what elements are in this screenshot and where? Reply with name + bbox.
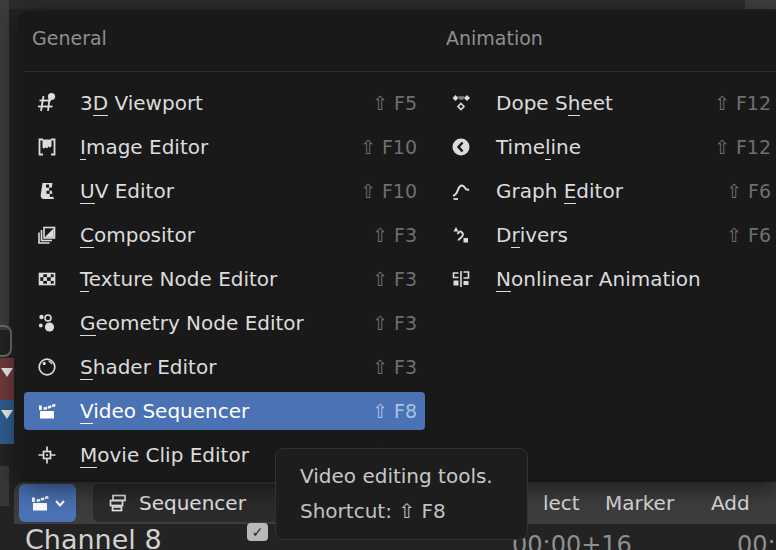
- sequencer-view-label: Sequencer: [139, 491, 246, 515]
- menu-item-marker[interactable]: Marker: [605, 482, 674, 524]
- drivers-icon: [450, 224, 472, 246]
- geometry-node-editor-icon: [36, 312, 58, 334]
- menu-item-shortcut: ⇧ F3: [372, 216, 417, 254]
- left-editor-border: [0, 0, 9, 330]
- menu-item-select-partial[interactable]: lect: [543, 482, 580, 524]
- menu-item-label: Graph Editor: [496, 172, 623, 210]
- sequencer-view-selector[interactable]: Sequencer: [93, 484, 289, 522]
- menu-item-shortcut: ⇧ F8: [372, 392, 417, 430]
- menu-item-dope-sheet[interactable]: Dope Sheet⇧ F12: [444, 84, 776, 122]
- sequencer-strip-fragment-blue: [0, 400, 14, 444]
- top-right-corner-fragment: [745, 0, 776, 9]
- menu-column-header-animation: Animation: [446, 27, 543, 49]
- menu-column-header-general: General: [32, 27, 107, 49]
- menu-item-shortcut: ⇧ F12: [714, 128, 771, 166]
- background-button-fragment: [0, 325, 12, 357]
- background-panel-fragment: [0, 466, 9, 506]
- menu-item-3d-viewport[interactable]: 3D Viewport⇧ F5: [24, 84, 425, 122]
- menu-item-label: Timeline: [496, 128, 581, 166]
- texture-node-editor-icon: [36, 268, 58, 290]
- timeline-icon: [450, 136, 472, 158]
- menu-item-label: Image Editor: [80, 128, 208, 166]
- timecode-end: 00:0: [737, 531, 776, 550]
- menu-item-shortcut: ⇧ F3: [372, 348, 417, 386]
- menu-item-shortcut: ⇧ F3: [372, 304, 417, 342]
- menu-item-shortcut: ⇧ F10: [360, 172, 417, 210]
- menu-item-label: Video Sequencer: [80, 392, 249, 430]
- tooltip: Video editing tools. Shortcut: ⇧ F8: [275, 448, 528, 540]
- menu-item-shortcut: ⇧ F6: [726, 172, 771, 210]
- channel-label: Channel 8: [25, 524, 162, 550]
- graph-editor-icon: [450, 180, 472, 202]
- menu-item-shader-editor[interactable]: Shader Editor⇧ F3: [24, 348, 425, 386]
- sequencer-strip-fragment-red: [0, 358, 14, 400]
- menu-item-graph-editor[interactable]: Graph Editor⇧ F6: [444, 172, 776, 210]
- menu-item-image-editor[interactable]: Image Editor⇧ F10: [24, 128, 425, 166]
- channel-checkbox[interactable]: ✓: [247, 523, 268, 541]
- editor-type-menu: General3D Viewport⇧ F5Image Editor⇧ F10U…: [18, 11, 776, 480]
- menu-item-uv-editor[interactable]: UV Editor⇧ F10: [24, 172, 425, 210]
- editor-type-button[interactable]: [19, 484, 76, 522]
- video-sequencer-icon: [36, 400, 58, 422]
- menu-item-drivers[interactable]: Drivers⇧ F6: [444, 216, 776, 254]
- shader-editor-icon: [36, 356, 58, 378]
- chevron-down-icon: [53, 496, 67, 510]
- top-left-corner-fragment: [0, 0, 9, 9]
- video-sequencer-icon: [29, 492, 51, 514]
- menu-item-label: Movie Clip Editor: [80, 436, 249, 474]
- menu-item-label: Geometry Node Editor: [80, 304, 304, 342]
- menu-item-add[interactable]: Add: [711, 482, 750, 524]
- menu-item-label: Dope Sheet: [496, 84, 613, 122]
- viewport-3d-icon: [36, 92, 58, 114]
- image-editor-icon: [36, 136, 58, 158]
- menu-item-shortcut: ⇧ F5: [372, 84, 417, 122]
- menu-item-label: Texture Node Editor: [80, 260, 277, 298]
- sequencer-view-icon: [107, 492, 129, 514]
- uv-editor-icon: [36, 180, 58, 202]
- tooltip-shortcut: Shortcut: ⇧ F8: [300, 499, 446, 523]
- top-editor-border: [0, 0, 776, 9]
- nonlinear-animation-icon: [450, 268, 472, 290]
- menu-item-timeline[interactable]: Timeline⇧ F12: [444, 128, 776, 166]
- menu-item-label: Shader Editor: [80, 348, 216, 386]
- menu-item-compositor[interactable]: Compositor⇧ F3: [24, 216, 425, 254]
- menu-item-shortcut: ⇧ F3: [372, 260, 417, 298]
- menu-item-shortcut: ⇧ F6: [726, 216, 771, 254]
- menu-item-label: UV Editor: [80, 172, 174, 210]
- menu-item-texture-node-editor[interactable]: Texture Node Editor⇧ F3: [24, 260, 425, 298]
- timecode-current: 00:00+16: [512, 531, 632, 550]
- menu-item-geometry-node-editor[interactable]: Geometry Node Editor⇧ F3: [24, 304, 425, 342]
- menu-item-label: Drivers: [496, 216, 568, 254]
- menu-item-label: 3D Viewport: [80, 84, 203, 122]
- checkmark-icon: ✓: [252, 524, 264, 540]
- tooltip-description: Video editing tools.: [300, 464, 493, 488]
- menu-item-label: Compositor: [80, 216, 195, 254]
- compositor-icon: [36, 224, 58, 246]
- dope-sheet-icon: [450, 92, 472, 114]
- menu-item-video-sequencer[interactable]: Video Sequencer⇧ F8: [24, 392, 425, 430]
- menu-item-shortcut: ⇧ F10: [360, 128, 417, 166]
- movie-clip-editor-icon: [36, 444, 58, 466]
- menu-item-label: Nonlinear Animation: [496, 260, 701, 298]
- menu-item-shortcut: ⇧ F12: [714, 84, 771, 122]
- menu-item-nonlinear-animation[interactable]: Nonlinear Animation: [444, 260, 776, 298]
